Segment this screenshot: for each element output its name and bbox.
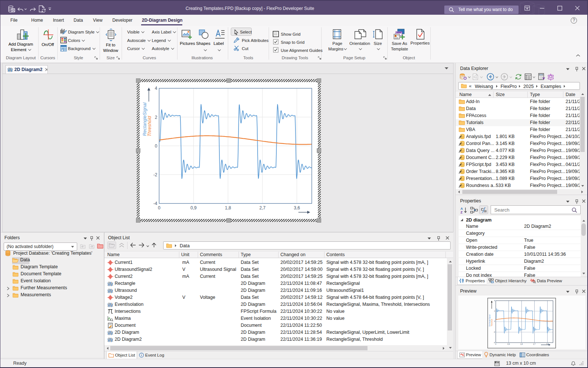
svg-text:-4: -4 [153, 201, 157, 206]
svg-text:-2: -2 [494, 331, 495, 333]
svg-text:1,8: 1,8 [520, 343, 523, 345]
svg-text:Threshold: Threshold [491, 319, 493, 327]
svg-text:0,9: 0,9 [190, 205, 197, 210]
svg-text:4: 4 [155, 86, 157, 91]
svg-text:0,9: 0,9 [508, 343, 510, 345]
svg-text:2,7: 2,7 [533, 343, 536, 345]
svg-text:2: 2 [155, 115, 157, 120]
svg-text:0: 0 [155, 144, 157, 149]
svg-text:RectangleSignal: RectangleSignal [142, 102, 147, 136]
svg-text:2,7: 2,7 [259, 205, 266, 210]
svg-text:Threshold: Threshold [147, 116, 152, 137]
svg-text:RectangleSignal: RectangleSignal [489, 314, 491, 327]
svg-text:3,6: 3,6 [294, 205, 300, 210]
svg-text:0: 0 [158, 205, 161, 210]
svg-text:-2: -2 [153, 172, 157, 177]
svg-text:1,8: 1,8 [225, 205, 231, 210]
